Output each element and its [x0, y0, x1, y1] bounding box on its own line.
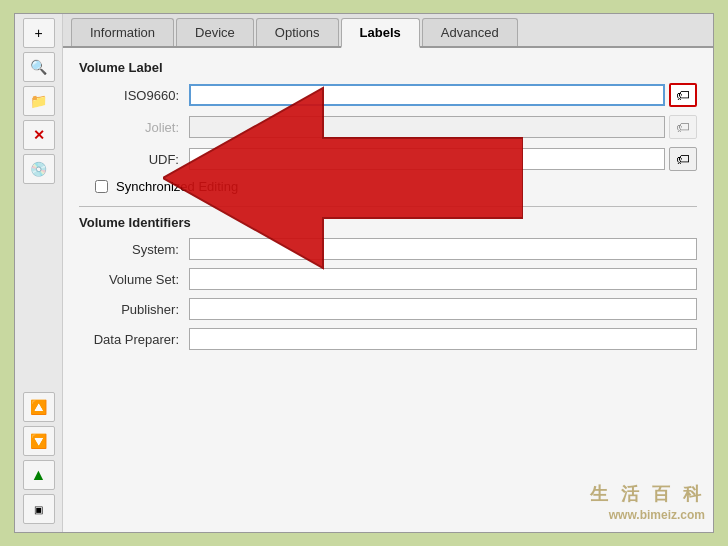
sidebar-btn-folder[interactable]: 📁	[23, 86, 55, 116]
tab-information[interactable]: Information	[71, 18, 174, 46]
sync-editing-label: Synchronized Editing	[116, 179, 238, 194]
form-content: Volume Label ISO9660: 🏷 Joliet: 🏷 UDF:	[63, 48, 713, 532]
up-arrow-icon: 🔼	[30, 399, 47, 415]
joliet-icon-btn: 🏷	[669, 115, 697, 139]
tabs-bar: Information Device Options Labels Advanc…	[63, 14, 713, 48]
label-icon-joliet: 🏷	[676, 119, 690, 135]
data-preparer-input[interactable]	[189, 328, 697, 350]
volume-set-row: Volume Set:	[79, 268, 697, 290]
sidebar-btn-down[interactable]: 🔽	[23, 426, 55, 456]
system-row: System:	[79, 238, 697, 260]
plus-icon: +	[34, 25, 42, 41]
watermark-cn: 生 活 百 科	[590, 482, 705, 507]
sidebar: + 🔍 📁 ✕ 💿 🔼 🔽 ▲ ▣	[15, 14, 63, 532]
sidebar-btn-search[interactable]: 🔍	[23, 52, 55, 82]
system-input[interactable]	[189, 238, 697, 260]
volume-set-input[interactable]	[189, 268, 697, 290]
publisher-row: Publisher:	[79, 298, 697, 320]
sidebar-btn-green-check[interactable]: ▲	[23, 460, 55, 490]
sync-editing-checkbox[interactable]	[95, 180, 108, 193]
main-content: Information Device Options Labels Advanc…	[63, 14, 713, 532]
sidebar-btn-mini[interactable]: ▣	[23, 494, 55, 524]
iso9660-icon-btn[interactable]: 🏷	[669, 83, 697, 107]
delete-icon: ✕	[33, 127, 45, 143]
sidebar-btn-up[interactable]: 🔼	[23, 392, 55, 422]
search-icon: 🔍	[30, 59, 47, 75]
udf-row: UDF: 🏷	[79, 147, 697, 171]
section-divider	[79, 206, 697, 207]
tab-device[interactable]: Device	[176, 18, 254, 46]
iso9660-label: ISO9660:	[79, 88, 189, 103]
data-preparer-row: Data Preparer:	[79, 328, 697, 350]
sidebar-btn-delete[interactable]: ✕	[23, 120, 55, 150]
watermark-url: www.bimeiz.com	[590, 507, 705, 524]
sidebar-btn-plus[interactable]: +	[23, 18, 55, 48]
volume-label-title: Volume Label	[79, 60, 697, 75]
joliet-input	[189, 116, 665, 138]
udf-label: UDF:	[79, 152, 189, 167]
label-icon-active: 🏷	[676, 87, 690, 103]
publisher-label: Publisher:	[79, 302, 189, 317]
system-label: System:	[79, 242, 189, 257]
publisher-input[interactable]	[189, 298, 697, 320]
volume-identifiers-title: Volume Identifiers	[79, 215, 697, 230]
data-preparer-label: Data Preparer:	[79, 332, 189, 347]
iso9660-input[interactable]	[189, 84, 665, 106]
iso9660-row: ISO9660: 🏷	[79, 83, 697, 107]
tab-labels[interactable]: Labels	[341, 18, 420, 48]
folder-icon: 📁	[30, 93, 47, 109]
down-arrow-icon: 🔽	[30, 433, 47, 449]
volume-set-label: Volume Set:	[79, 272, 189, 287]
sidebar-btn-disk[interactable]: 💿	[23, 154, 55, 184]
joliet-row: Joliet: 🏷	[79, 115, 697, 139]
tab-advanced[interactable]: Advanced	[422, 18, 518, 46]
tab-options[interactable]: Options	[256, 18, 339, 46]
label-icon-udf: 🏷	[676, 151, 690, 167]
green-check-icon: ▲	[31, 466, 47, 484]
joliet-label: Joliet:	[79, 120, 189, 135]
disk-icon: 💿	[30, 161, 47, 177]
udf-input[interactable]	[189, 148, 665, 170]
udf-icon-btn[interactable]: 🏷	[669, 147, 697, 171]
sync-editing-row: Synchronized Editing	[95, 179, 697, 194]
watermark: 生 活 百 科 www.bimeiz.com	[590, 482, 705, 524]
mini-icon: ▣	[34, 504, 43, 515]
